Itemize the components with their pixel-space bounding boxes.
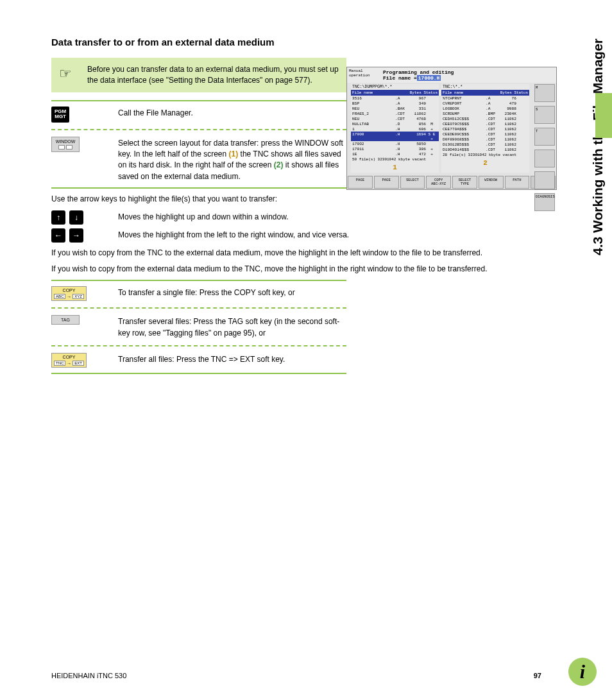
page-heading: Data transfer to or from an external dat… bbox=[51, 36, 346, 49]
arrow-right-icon: → bbox=[69, 228, 83, 243]
side-button bbox=[534, 171, 555, 189]
file-row: 17002.H5850 bbox=[351, 141, 439, 146]
side-button: M bbox=[534, 84, 555, 102]
file-row: CEE070C5$$$.CDT11062 bbox=[441, 121, 529, 126]
side-button: T bbox=[534, 128, 555, 146]
tncext-text: Transfer all files: Press the TNC => EXT… bbox=[118, 353, 346, 365]
softkey: SELECT TYPE bbox=[452, 176, 477, 189]
screenshot-figure: Manual operation Programming and editing… bbox=[346, 67, 557, 190]
copy-to-ext-text: If you wish to copy from the TNC to the … bbox=[51, 248, 541, 259]
tag-softkey-icon: TAG bbox=[51, 315, 80, 325]
file-row: NEU.CDT4768 bbox=[351, 116, 439, 121]
step-arrow-leftright: ← → Moves the highlight from the left to… bbox=[51, 228, 541, 243]
file-row: CVREPORT.A479 bbox=[441, 101, 529, 106]
arrow-down-icon: ↓ bbox=[69, 210, 83, 225]
tag-text: Transfer several files: Press the TAG so… bbox=[118, 315, 346, 339]
softkey: PAGE bbox=[374, 176, 399, 189]
side-button: S bbox=[534, 106, 555, 124]
step-arrow-updown: ↑ ↓ Moves the highlight up and down with… bbox=[51, 210, 541, 225]
tncext-softkey-icon: COPY TNC→EXT bbox=[51, 353, 87, 368]
window-text: Select the screen layout for data transf… bbox=[118, 137, 346, 183]
file-row: D0F89068$$$.CDT11062 bbox=[441, 137, 529, 142]
divider bbox=[51, 280, 346, 281]
shot-file-value: 17000.H bbox=[417, 75, 441, 81]
file-row: CEDA512C$$$.CDT11062 bbox=[441, 116, 529, 121]
file-row: SCRDUMP.BMP2304K bbox=[441, 111, 529, 116]
note-box: ☞ Before you can transfer data to an ext… bbox=[51, 58, 346, 92]
divider bbox=[51, 129, 346, 130]
pane-number-1: 1 bbox=[351, 162, 439, 173]
arrows-intro: Use the arrow keys to highlight the file… bbox=[51, 194, 541, 205]
shot-left-pane: TNC:\DUMPPGM\*.* File nameBytes Status 3… bbox=[351, 84, 439, 173]
step-pgm-mgt: PGM MGT Call the File Manager. bbox=[51, 107, 346, 123]
section-tab: 4.3 Working with the File Manager bbox=[590, 38, 606, 255]
pointing-hand-icon: ☞ bbox=[59, 64, 72, 84]
copy-text: To transfer a single file: Press the COP… bbox=[118, 286, 346, 298]
file-row: BSP.A349 bbox=[351, 101, 439, 106]
file-row: NEU.BAK331 bbox=[351, 106, 439, 111]
shot-title: Programming and editing bbox=[383, 69, 554, 75]
arrow-updown-text: Moves the highlight up and down within a… bbox=[118, 210, 541, 223]
file-row: %TCHPRNT.A76 bbox=[441, 96, 529, 101]
softkey: PATH bbox=[505, 176, 530, 189]
green-tab bbox=[595, 93, 612, 138]
copy-softkey-icon: COPY ABC→XYZ bbox=[51, 286, 87, 301]
shot-right-pane: TNC:\*.* File nameBytes Status %TCHPRNT.… bbox=[441, 84, 529, 173]
ref-1: (1) bbox=[229, 149, 239, 158]
divider bbox=[51, 307, 346, 309]
page-number: 97 bbox=[534, 672, 541, 679]
divider bbox=[51, 100, 346, 101]
file-row: 17000.H1694S E + bbox=[351, 132, 439, 141]
file-row: 1.H686+ bbox=[351, 126, 439, 132]
arrow-leftright-text: Moves the highlight from the left to the… bbox=[118, 228, 541, 241]
file-row: NULLTAB.D856M bbox=[351, 121, 439, 126]
step-tncext: COPY TNC→EXT Transfer all files: Press t… bbox=[51, 353, 346, 368]
note-text: Before you can transfer data to an exter… bbox=[87, 65, 339, 85]
step-tag: TAG Transfer several files: Press the TA… bbox=[51, 315, 346, 339]
step-window: WINDOW Select the screen layout for data… bbox=[51, 137, 346, 183]
divider bbox=[51, 187, 346, 189]
window-softkey-label: WINDOW bbox=[56, 139, 76, 144]
arrow-up-icon: ↑ bbox=[51, 210, 65, 225]
arrow-left-icon: ← bbox=[51, 228, 65, 243]
file-row: CEEDE09C$$$.CDT11062 bbox=[441, 132, 529, 137]
softkey: PAGE bbox=[348, 176, 373, 189]
copy-to-tnc-text: If you wish to copy from the external da… bbox=[51, 264, 541, 275]
file-row: 3516.A967 bbox=[351, 96, 439, 101]
file-row: 17011.H386+ bbox=[351, 146, 439, 151]
pane-number-2: 2 bbox=[441, 158, 529, 168]
softkey: WINDOW bbox=[479, 176, 504, 189]
pgm-mgt-text: Call the File Manager. bbox=[118, 107, 346, 119]
shot-file-label: File name = bbox=[383, 75, 417, 81]
file-row: D13012B5$$$.CDT11062 bbox=[441, 142, 529, 147]
pgm-mgt-key-icon: PGM MGT bbox=[51, 107, 69, 123]
divider bbox=[51, 345, 346, 346]
divider bbox=[51, 373, 346, 374]
side-button bbox=[534, 149, 555, 167]
file-row: FRAES_2.CDT11062 bbox=[351, 111, 439, 116]
step-copy: COPY ABC→XYZ To transfer a single file: … bbox=[51, 286, 346, 301]
side-button: DIAGNOSIS bbox=[534, 193, 555, 211]
ref-2: (2) bbox=[274, 160, 284, 169]
file-row: 1E.H472+ bbox=[351, 151, 439, 157]
file-row: LOGBOOK.A9988 bbox=[441, 106, 529, 111]
footer-product: HEIDENHAIN iTNC 530 bbox=[51, 672, 126, 679]
file-row: D19D4014$$$.CDT11062 bbox=[441, 147, 529, 152]
info-icon: i bbox=[568, 658, 597, 686]
window-softkey-icon: WINDOW bbox=[51, 137, 80, 152]
softkey: COPY ABC→XYZ bbox=[426, 176, 451, 189]
shot-mode: Manual operation bbox=[347, 67, 380, 83]
softkey: SELECT bbox=[400, 176, 425, 189]
file-row: CEE770A$$$.CDT11062 bbox=[441, 126, 529, 132]
